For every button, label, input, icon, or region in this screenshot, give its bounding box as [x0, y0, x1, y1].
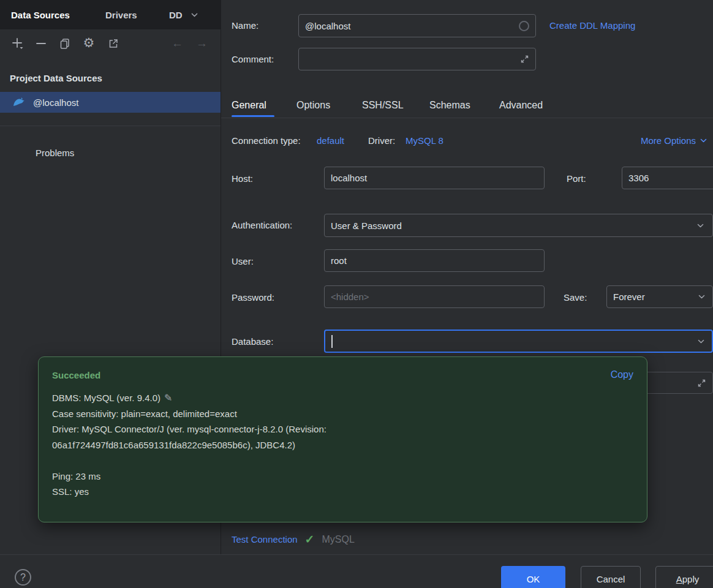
url-expand-icon[interactable] — [697, 379, 706, 388]
popup-line: 06a1f724497fd81c6a659131fda822c9e5085b6c… — [52, 437, 633, 453]
comment-label: Comment: — [232, 54, 274, 64]
database-chevron-icon — [696, 337, 706, 346]
user-label: User: — [232, 256, 254, 266]
popup-line: SSL: yes — [52, 484, 633, 500]
back-arrow-icon[interactable]: ← — [172, 37, 183, 50]
user-value: root — [331, 255, 347, 266]
data-source-item-localhost[interactable]: @localhost — [0, 92, 221, 113]
name-label: Name: — [232, 20, 258, 31]
tabs-overflow-chevron-icon[interactable] — [190, 10, 199, 20]
add-data-source-button[interactable] — [10, 36, 26, 51]
comment-expand-icon[interactable] — [520, 55, 529, 64]
ok-button[interactable]: OK — [501, 566, 565, 588]
open-ddl-icon[interactable] — [105, 36, 121, 51]
popup-header: Succeeded Copy — [52, 369, 633, 380]
driver-label: Driver: — [368, 135, 395, 146]
connection-success-popup: Succeeded Copy DBMS: MySQL (ver. 9.4.0) … — [38, 356, 647, 522]
popup-title: Succeeded — [52, 370, 100, 380]
tab-ddl-mappings[interactable]: DD — [169, 0, 183, 29]
popup-copy-link[interactable]: Copy — [611, 369, 633, 380]
mysql-dolphin-icon — [12, 96, 25, 111]
tab-options[interactable]: Options — [296, 95, 330, 116]
popup-line: DBMS: MySQL (ver. 9.4.0) ✎ — [52, 390, 633, 406]
more-options-link[interactable]: More Options — [641, 135, 708, 146]
port-label: Port: — [567, 173, 586, 184]
problems-section-label[interactable]: Problems — [36, 148, 74, 158]
remove-data-source-button[interactable] — [33, 36, 49, 51]
tab-schemas[interactable]: Schemas — [429, 95, 470, 116]
driver-value-link[interactable]: MySQL 8 — [406, 135, 443, 146]
forward-arrow-icon[interactable]: → — [196, 37, 208, 50]
create-ddl-mapping-link[interactable]: Create DDL Mapping — [549, 20, 635, 31]
project-data-sources-title: Project Data Sources — [10, 73, 102, 83]
data-sources-dialog: Data Sources Drivers DD ⚙ ← → Project Da… — [0, 0, 713, 588]
popup-body: DBMS: MySQL (ver. 9.4.0) ✎ Case sensitiv… — [52, 390, 633, 500]
connection-type-label: Connection type: — [232, 135, 301, 146]
edit-pencil-icon[interactable]: ✎ — [164, 390, 172, 406]
sidebar-separator — [0, 126, 221, 126]
comment-input[interactable] — [298, 48, 536, 70]
apply-rest: pply — [682, 574, 700, 584]
save-select[interactable]: Forever — [606, 285, 713, 308]
test-connection-link[interactable]: Test Connection — [232, 534, 298, 545]
host-input[interactable]: localhost — [324, 167, 545, 189]
tabs-separator — [221, 118, 713, 118]
popup-line — [52, 453, 633, 469]
save-label: Save: — [564, 292, 587, 303]
footer-separator — [0, 554, 713, 555]
cancel-button[interactable]: Cancel — [581, 566, 641, 588]
tab-general[interactable]: General — [232, 95, 266, 116]
apply-mnemonic: A — [676, 574, 682, 584]
tab-advanced[interactable]: Advanced — [499, 95, 543, 116]
tab-drivers[interactable]: Drivers — [105, 0, 137, 29]
popup-line: Driver: MySQL Connector/J (ver. mysql-co… — [52, 421, 633, 437]
dialog-tabstrip: Data Sources Drivers DD — [0, 0, 221, 29]
name-input[interactable]: @localhost — [298, 14, 536, 37]
database-combobox[interactable] — [324, 330, 713, 353]
authentication-chevron-icon — [696, 221, 705, 230]
database-label: Database: — [232, 336, 273, 347]
popup-line: Case sensitivity: plain=exact, delimited… — [52, 406, 633, 422]
apply-button[interactable]: Apply — [655, 566, 713, 588]
connection-type-value-link[interactable]: default — [317, 135, 344, 146]
test-connection-row: Test Connection ✓ MySQL — [232, 532, 355, 546]
text-caret — [331, 335, 333, 348]
user-input[interactable]: root — [324, 249, 545, 272]
port-value: 3306 — [628, 173, 649, 183]
data-source-item-label: @localhost — [33, 97, 78, 108]
save-chevron-icon — [697, 292, 706, 301]
authentication-label: Authentication: — [232, 220, 292, 230]
popup-line-text: DBMS: MySQL (ver. 9.4.0) — [52, 390, 160, 406]
help-icon[interactable]: ? — [15, 569, 31, 586]
authentication-value: User & Password — [331, 221, 402, 231]
host-value: localhost — [331, 173, 367, 183]
duplicate-icon[interactable] — [57, 36, 73, 51]
more-options-chevron-icon — [699, 136, 708, 145]
success-check-icon: ✓ — [305, 532, 315, 546]
password-input[interactable]: <hidden> — [324, 285, 545, 308]
tab-ssh-ssl[interactable]: SSH/SSL — [362, 95, 404, 116]
password-placeholder: <hidden> — [331, 292, 369, 302]
password-label: Password: — [232, 292, 274, 303]
active-tab-underline — [232, 115, 274, 117]
test-status-driver-label: MySQL — [322, 534, 355, 545]
gear-icon[interactable]: ⚙ — [81, 35, 97, 51]
host-label: Host: — [232, 173, 253, 184]
popup-line: Ping: 23 ms — [52, 469, 633, 484]
name-value: @localhost — [305, 21, 350, 31]
port-input[interactable]: 3306 — [622, 167, 713, 189]
tab-data-sources[interactable]: Data Sources — [11, 0, 70, 29]
more-options-label: More Options — [641, 135, 696, 146]
save-value: Forever — [613, 292, 645, 302]
authentication-select[interactable]: User & Password — [324, 214, 713, 237]
name-loading-circle-icon — [519, 21, 529, 31]
